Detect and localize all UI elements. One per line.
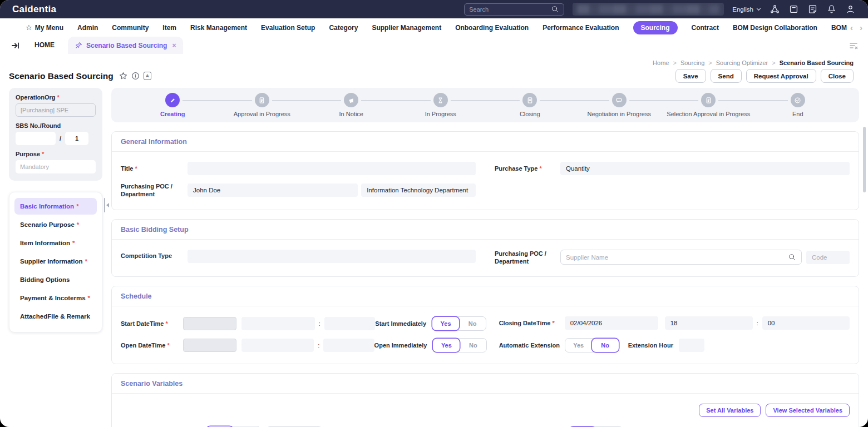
nav-item-contract[interactable]: Contract bbox=[692, 24, 719, 32]
status-stepper: Creating Approval in Progress In Notice … bbox=[111, 88, 859, 122]
sidebar-item-attachedfile-remark[interactable]: AttachedFile & Remark bbox=[14, 308, 97, 325]
start-hour-field[interactable] bbox=[241, 317, 314, 330]
request-approval-button[interactable]: Request Approval bbox=[746, 69, 816, 83]
no-option[interactable]: No bbox=[459, 317, 486, 330]
document-badge-icon[interactable]: A bbox=[144, 72, 151, 80]
sidebar-item-item-information[interactable]: Item Information* bbox=[14, 235, 97, 251]
open-minute-field[interactable] bbox=[323, 339, 374, 352]
tab-close-icon[interactable]: × bbox=[172, 42, 176, 49]
operation-org-field[interactable]: [Purchasing] SPE bbox=[16, 103, 96, 117]
nav-scroll-right-icon[interactable]: › bbox=[860, 23, 862, 32]
step-in-progress: In Progress bbox=[396, 93, 486, 122]
nav-item-category[interactable]: Category bbox=[329, 24, 358, 32]
start-date-field bbox=[183, 317, 236, 330]
notes-icon[interactable] bbox=[807, 4, 818, 14]
tab-scenario-based-sourcing[interactable]: Scenario Based Sourcing × bbox=[68, 37, 183, 54]
nav-item-admin[interactable]: Admin bbox=[77, 24, 98, 32]
supplier-code-field[interactable]: Code bbox=[806, 251, 850, 264]
sourcing-meta-panel: OperationOrg* [Purchasing] SPE SBS No./R… bbox=[9, 88, 102, 181]
no-option[interactable]: No bbox=[460, 339, 486, 352]
nav-item-performance-evaluation[interactable]: Performance Evaluation bbox=[542, 24, 619, 32]
global-search[interactable] bbox=[464, 3, 564, 16]
megaphone-icon bbox=[348, 97, 355, 104]
start-immediately-toggle: Yes No bbox=[432, 316, 486, 331]
breadcrumb-home[interactable]: Home bbox=[653, 59, 669, 66]
close-button[interactable]: Close bbox=[821, 69, 854, 83]
open-date-field bbox=[183, 339, 236, 352]
title-field[interactable] bbox=[188, 162, 476, 175]
nav-item-risk-management[interactable]: Risk Management bbox=[190, 24, 247, 32]
sidebar-item-scenario-purpose[interactable]: Scenario Purpose* bbox=[14, 216, 97, 233]
breadcrumb-sourcing-optimizer[interactable]: Sourcing Optimizer bbox=[716, 59, 768, 66]
language-selector[interactable]: English bbox=[732, 6, 761, 13]
sidebar-item-payment-incoterms[interactable]: Payment & Incoterms* bbox=[14, 290, 97, 306]
nav-item-community[interactable]: Community bbox=[112, 24, 149, 32]
competition-type-field[interactable] bbox=[188, 250, 476, 263]
sidebar-item-bidding-options[interactable]: Bidding Options bbox=[14, 271, 97, 288]
chevron-down-icon bbox=[756, 7, 761, 12]
nav-item-supplier-management[interactable]: Supplier Management bbox=[372, 24, 441, 32]
org-chart-icon[interactable] bbox=[770, 4, 780, 14]
expand-panel-icon[interactable] bbox=[11, 41, 20, 50]
send-button[interactable]: Send bbox=[711, 69, 742, 83]
step-negotiation-in-progress: Negotiation in Progress bbox=[575, 93, 664, 122]
favorite-star-icon[interactable] bbox=[119, 72, 127, 80]
purchase-type-field[interactable]: Quantity bbox=[560, 162, 850, 175]
main-content: Creating Approval in Progress In Notice … bbox=[111, 88, 859, 427]
yes-option[interactable]: Yes bbox=[565, 339, 592, 352]
tab-strip: HOME Scenario Based Sourcing × bbox=[0, 37, 868, 54]
nav-item-sourcing[interactable]: Sourcing bbox=[633, 21, 678, 34]
closing-date-field[interactable]: 02/04/2026 bbox=[565, 316, 658, 330]
chat-icon bbox=[615, 97, 623, 104]
nav-item-my-menu[interactable]: ☆My Menu bbox=[26, 23, 63, 32]
nav-item-bom[interactable]: BOM bbox=[831, 24, 847, 32]
sbs-round-field[interactable]: 1 bbox=[65, 132, 88, 145]
nav-scroll-left-icon[interactable]: ‹ bbox=[850, 23, 853, 32]
closing-hour-field[interactable]: 18 bbox=[665, 316, 753, 330]
set-all-variables-button[interactable]: Set All Variables bbox=[699, 404, 761, 417]
sidebar-item-supplier-information[interactable]: Supplier Information* bbox=[14, 253, 97, 270]
start-minute-field[interactable] bbox=[324, 317, 376, 330]
no-option[interactable]: No bbox=[592, 339, 619, 352]
save-button[interactable]: Save bbox=[675, 69, 706, 83]
poc-department-label: Purchasing POC / Department bbox=[121, 182, 188, 198]
nav-item-bom-design-collaboration[interactable]: BOM Design Collaboration bbox=[733, 24, 817, 32]
user-icon[interactable] bbox=[845, 4, 856, 14]
hourglass-icon bbox=[437, 97, 444, 104]
sidebar-item-basic-information[interactable]: Basic Information* bbox=[14, 198, 97, 215]
supplier-search-field[interactable] bbox=[560, 250, 802, 265]
open-hour-field[interactable] bbox=[241, 339, 314, 352]
extension-hour-field[interactable] bbox=[679, 339, 704, 352]
tab-options-icon[interactable] bbox=[849, 42, 858, 49]
check-circle-icon bbox=[794, 97, 801, 104]
info-icon[interactable] bbox=[131, 72, 140, 80]
poc-name-field[interactable]: John Doe bbox=[188, 183, 358, 197]
breadcrumb-current: Scenario Based Sourcing bbox=[780, 59, 854, 66]
tab-home[interactable]: HOME bbox=[20, 41, 68, 54]
view-selected-variables-button[interactable]: View Selected Variables bbox=[766, 404, 850, 417]
nav-item-item[interactable]: Item bbox=[162, 24, 176, 32]
search-icon[interactable] bbox=[788, 253, 796, 261]
sbs-separator: / bbox=[60, 135, 61, 142]
sbs-number-field[interactable] bbox=[16, 132, 56, 145]
basic-bidding-setup-section: Basic Bidding Setup Competition Type Pur… bbox=[111, 219, 859, 277]
section-title: Basic Bidding Setup bbox=[112, 220, 859, 240]
purpose-field[interactable]: Mandatory bbox=[16, 160, 96, 173]
automatic-extension-toggle: Yes No bbox=[565, 338, 619, 352]
nav-item-evaluation-setup[interactable]: Evaluation Setup bbox=[261, 24, 315, 32]
section-nav-panel: Basic Information* Scenario Purpose* Ite… bbox=[9, 192, 102, 332]
sidebar-collapse-handle[interactable] bbox=[104, 197, 111, 214]
yes-option[interactable]: Yes bbox=[433, 339, 460, 352]
search-icon[interactable] bbox=[551, 5, 559, 13]
closing-minute-field[interactable]: 00 bbox=[762, 316, 850, 330]
vertical-scrollbar[interactable] bbox=[863, 127, 866, 192]
calendar-icon[interactable] bbox=[788, 4, 799, 14]
supplier-name-input[interactable] bbox=[566, 254, 788, 261]
breadcrumb-sourcing[interactable]: Sourcing bbox=[680, 59, 704, 66]
yes-option[interactable]: Yes bbox=[432, 317, 459, 330]
poc-department-field[interactable]: Information Technology Department bbox=[361, 183, 476, 197]
nav-item-onboarding-evaluation[interactable]: Onboarding Evaluation bbox=[455, 24, 529, 32]
left-sidebar: OperationOrg* [Purchasing] SPE SBS No./R… bbox=[9, 88, 102, 332]
bell-icon[interactable] bbox=[826, 4, 837, 14]
global-search-input[interactable] bbox=[469, 6, 551, 13]
